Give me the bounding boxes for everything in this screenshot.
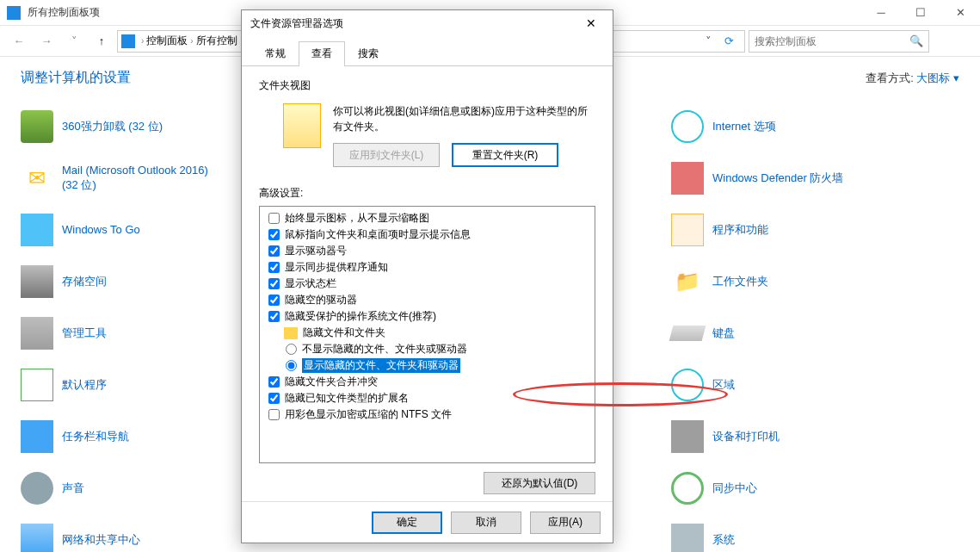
close-button[interactable]: ✕ [940, 0, 980, 26]
cp-item-taskbar[interactable]: 任务栏和导航 [21, 419, 237, 454]
checkbox[interactable] [268, 295, 280, 306]
checkbox[interactable] [268, 278, 280, 289]
uninstaller-icon [21, 110, 53, 143]
cp-item-keyboard[interactable]: 键盘 [671, 316, 888, 350]
adv-opt-hide-protected-os[interactable]: 隐藏受保护的操作系统文件(推荐) [260, 308, 595, 325]
sync-icon [671, 472, 704, 505]
cp-item-windows-to-go[interactable]: Windows To Go [21, 213, 237, 247]
adv-opt-color-ntfs[interactable]: 用彩色显示加密或压缩的 NTFS 文件 [260, 406, 595, 423]
opt-label: 显示驱动器号 [285, 244, 347, 258]
opt-label: 显示状态栏 [285, 276, 336, 291]
page-title: 调整计算机的设置 [21, 69, 131, 87]
refresh-icon[interactable]: ⟳ [717, 34, 741, 47]
adv-group-hidden-files: 隐藏文件和文件夹 [260, 325, 595, 341]
maximize-button[interactable]: ☐ [901, 0, 940, 26]
adv-opt-show-hidden[interactable]: 显示隐藏的文件、文件夹和驱动器 [260, 357, 595, 374]
storage-icon [21, 265, 53, 298]
dialog-close-button[interactable]: ✕ [578, 10, 604, 36]
ok-button[interactable]: 确定 [372, 512, 442, 534]
cp-label: 管理工具 [62, 326, 107, 341]
search-box[interactable]: 🔍 [749, 30, 929, 53]
cp-label: 区域 [712, 378, 735, 393]
cp-item-region[interactable]: 区域 [671, 368, 888, 402]
up-button[interactable]: ↑ [89, 29, 114, 53]
programs-icon [671, 214, 704, 246]
back-button[interactable]: ← [7, 29, 31, 53]
printer-icon [671, 420, 704, 453]
recent-dropdown[interactable]: ˅ [62, 29, 86, 53]
cp-item-default-programs[interactable]: 默认程序 [21, 368, 237, 402]
opt-label: 显示隐藏的文件、文件夹和驱动器 [302, 358, 460, 373]
adv-opt-sync-notify[interactable]: 显示同步提供程序通知 [260, 259, 595, 276]
cp-item-system[interactable]: 系统 [671, 523, 888, 552]
checkbox[interactable] [268, 393, 280, 404]
cp-label: 声音 [62, 481, 84, 496]
cp-item-admin-tools[interactable]: 管理工具 [21, 316, 237, 350]
view-mode-value[interactable]: 大图标 ▾ [916, 71, 959, 84]
minimize-button[interactable]: ─ [861, 0, 901, 26]
taskbar-icon [21, 420, 53, 453]
dialog-titlebar[interactable]: 文件资源管理器选项 ✕ [242, 10, 613, 36]
dialog-body: 文件夹视图 你可以将此视图(如详细信息或图标)应用于这种类型的所有文件夹。 应用… [242, 66, 613, 501]
breadcrumb-current[interactable]: 所有控制 [196, 34, 237, 48]
cancel-button[interactable]: 取消 [451, 512, 521, 534]
cp-item-internet-options[interactable]: Internet 选项 [671, 109, 888, 144]
radio[interactable] [286, 360, 297, 371]
cp-label: 网络和共享中心 [62, 533, 140, 548]
restore-defaults-button[interactable]: 还原为默认值(D) [484, 472, 595, 494]
adv-opt-hide-empty-drives[interactable]: 隐藏空的驱动器 [260, 292, 595, 308]
cp-item-sync-center[interactable]: 同步中心 [671, 471, 888, 505]
cp-label: Mail (Microsoft Outlook 2016) (32 位) [62, 164, 217, 193]
adv-opt-dont-show-hidden[interactable]: 不显示隐藏的文件、文件夹或驱动器 [260, 341, 595, 357]
view-mode: 查看方式: 大图标 ▾ [866, 71, 959, 86]
checkbox[interactable] [268, 213, 280, 224]
checkbox[interactable] [268, 376, 280, 388]
network-icon [21, 524, 53, 552]
chevron-right-icon: › [139, 36, 146, 46]
apply-button[interactable]: 应用(A) [530, 512, 601, 534]
dialog-tabs: 常规 查看 搜索 [242, 36, 613, 66]
checkbox[interactable] [268, 409, 280, 420]
defender-icon [671, 162, 704, 195]
cp-item-storage[interactable]: 存储空间 [21, 264, 237, 299]
reset-folders-button[interactable]: 重置文件夹(R) [452, 143, 558, 167]
cp-item-programs[interactable]: 程序和功能 [671, 213, 888, 247]
opt-label: 用彩色显示加密或压缩的 NTFS 文件 [285, 407, 452, 422]
cp-item-network[interactable]: 网络和共享中心 [21, 523, 237, 552]
folder-view-section: 你可以将此视图(如详细信息或图标)应用于这种类型的所有文件夹。 应用到文件夹(L… [259, 100, 595, 179]
folder-icon: 📁 [671, 265, 704, 298]
address-dropdown-icon[interactable]: ˅ [700, 34, 717, 47]
forward-button[interactable]: → [34, 29, 59, 53]
cp-item-360-uninstall[interactable]: 360强力卸载 (32 位) [21, 109, 237, 144]
opt-label: 不显示隐藏的文件、文件夹或驱动器 [302, 342, 467, 357]
tab-view[interactable]: 查看 [299, 41, 345, 66]
region-icon [671, 369, 704, 401]
cp-item-mail[interactable]: ✉Mail (Microsoft Outlook 2016) (32 位) [21, 161, 237, 195]
opt-label: 显示同步提供程序通知 [285, 260, 388, 275]
cp-item-defender[interactable]: Windows Defender 防火墙 [671, 161, 888, 195]
advanced-settings-list[interactable]: 始终显示图标，从不显示缩略图 鼠标指向文件夹和桌面项时显示提示信息 显示驱动器号… [259, 206, 595, 463]
opt-label: 隐藏文件夹合并冲突 [285, 375, 378, 389]
tab-general[interactable]: 常规 [252, 41, 299, 65]
checkbox[interactable] [268, 245, 280, 257]
radio[interactable] [286, 344, 297, 355]
adv-opt-drive-letters[interactable]: 显示驱动器号 [260, 243, 595, 259]
cp-item-sound[interactable]: 声音 [21, 471, 237, 505]
mail-icon: ✉ [21, 162, 53, 195]
adv-opt-hover-tips[interactable]: 鼠标指向文件夹和桌面项时显示提示信息 [260, 226, 595, 243]
adv-opt-always-icons[interactable]: 始终显示图标，从不显示缩略图 [260, 210, 595, 226]
adv-opt-hide-extensions[interactable]: 隐藏已知文件类型的扩展名 [260, 390, 595, 406]
checkbox[interactable] [268, 311, 280, 322]
opt-label: 隐藏文件和文件夹 [303, 326, 385, 340]
dialog-title: 文件资源管理器选项 [250, 16, 578, 31]
tab-search[interactable]: 搜索 [345, 41, 391, 65]
cp-item-devices-printers[interactable]: 设备和打印机 [671, 419, 888, 454]
breadcrumb-root[interactable]: 控制面板 [146, 34, 188, 48]
checkbox[interactable] [268, 229, 280, 240]
search-input[interactable] [755, 35, 909, 47]
adv-opt-status-bar[interactable]: 显示状态栏 [260, 276, 595, 292]
cp-item-work-folders[interactable]: 📁工作文件夹 [671, 264, 888, 299]
adv-opt-hide-merge-conflict[interactable]: 隐藏文件夹合并冲突 [260, 374, 595, 390]
checkbox[interactable] [268, 262, 280, 273]
search-icon[interactable]: 🔍 [909, 34, 923, 47]
